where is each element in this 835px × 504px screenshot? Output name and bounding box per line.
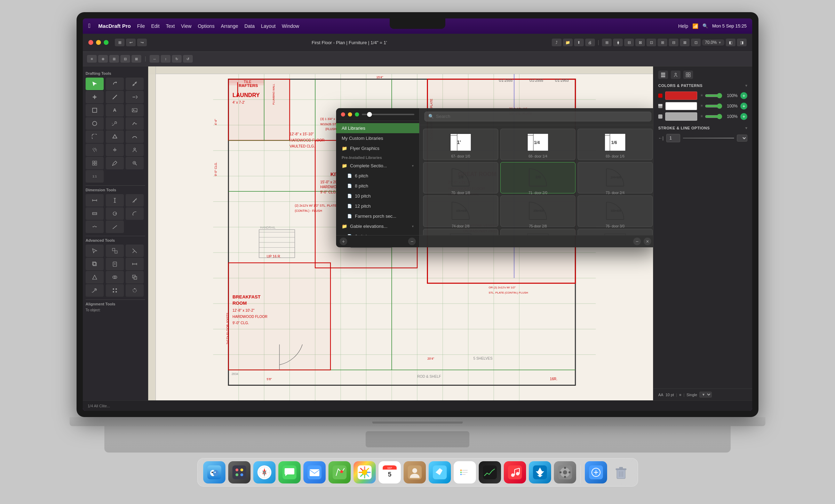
search-box[interactable]: 🔍 Search bbox=[424, 112, 651, 121]
lib-add-button[interactable]: + bbox=[340, 238, 347, 245]
layers-btn[interactable]: ⧫ bbox=[613, 39, 623, 46]
text-tool[interactable]: A bbox=[106, 104, 124, 117]
adv-paste[interactable] bbox=[106, 258, 124, 270]
menu-text[interactable]: Text bbox=[166, 23, 175, 29]
rotate-cw-btn[interactable]: ↻ bbox=[172, 55, 182, 63]
lib-6pitch-1[interactable]: 📄 6 pitch bbox=[336, 171, 419, 181]
menu-edit[interactable]: Edit bbox=[151, 23, 160, 29]
dock-safari[interactable] bbox=[253, 461, 276, 483]
mirror-tool[interactable] bbox=[106, 144, 124, 156]
spacing-select[interactable]: ▼ bbox=[699, 392, 712, 398]
redo-btn[interactable]: ↪ bbox=[137, 39, 147, 46]
dock-stocks[interactable] bbox=[479, 461, 501, 483]
symbol-74[interactable]: 2/6×6/8 74-door 2/8 bbox=[423, 195, 498, 227]
adv-copy[interactable] bbox=[86, 258, 104, 270]
pattern-swatch[interactable] bbox=[665, 112, 697, 121]
adv-pattern[interactable] bbox=[106, 284, 124, 297]
inspector-panel-btn[interactable] bbox=[671, 71, 681, 79]
adv-stretch[interactable] bbox=[126, 258, 144, 270]
lib-flyer-graphics[interactable]: 📁 Flyer Graphics bbox=[336, 143, 419, 153]
dock-mail[interactable] bbox=[303, 461, 326, 483]
adv-link[interactable] bbox=[86, 284, 104, 297]
hatch-tool[interactable] bbox=[86, 144, 104, 156]
dim-linear-v[interactable] bbox=[106, 194, 124, 207]
inspector-btn[interactable]: ◨ bbox=[737, 39, 747, 46]
tool-b[interactable]: ⊠ bbox=[635, 39, 645, 46]
tool-d[interactable]: ⊞ bbox=[658, 39, 667, 46]
lib-my-custom[interactable]: My Custom Libraries bbox=[336, 133, 419, 143]
tool-c[interactable]: ⊡ bbox=[646, 39, 656, 46]
tool-a[interactable]: ⊟ bbox=[624, 39, 634, 46]
adv-subtract[interactable] bbox=[126, 271, 144, 283]
menu-layout[interactable]: Layout bbox=[261, 23, 276, 29]
dock-testflight[interactable] bbox=[429, 461, 451, 483]
rect-tool[interactable] bbox=[86, 104, 104, 117]
lib-close-btn[interactable] bbox=[341, 112, 345, 117]
help-menu[interactable]: Help bbox=[678, 23, 688, 29]
symbol-78[interactable]: 2/6×6/8 78-door 2/8 bbox=[500, 229, 575, 235]
undo-btn[interactable]: ↩ bbox=[126, 39, 136, 46]
link-tool[interactable] bbox=[106, 117, 124, 130]
minimize-button[interactable] bbox=[96, 40, 101, 45]
menu-window[interactable]: Window bbox=[282, 23, 299, 29]
snap-btn[interactable]: ⊕ bbox=[98, 55, 108, 63]
trackpad[interactable] bbox=[365, 431, 470, 448]
tool-f[interactable]: ⊠ bbox=[680, 39, 690, 46]
lib-complete-sections[interactable]: 📁 Complete Sectio... ▾ bbox=[336, 161, 419, 171]
tool-g[interactable]: ⊡ bbox=[691, 39, 701, 46]
adv-group[interactable] bbox=[106, 245, 124, 257]
dock-appstore[interactable] bbox=[529, 461, 551, 483]
symbol-71[interactable]: 2/0 71- door 2/0 bbox=[500, 162, 575, 193]
symbol-75[interactable]: 2/8×6/8 75-door 2/8 bbox=[500, 195, 575, 227]
dock-messages[interactable] bbox=[278, 461, 301, 483]
lib-farmers-porch[interactable]: 📄 Farmers porch sec... bbox=[336, 211, 419, 221]
arc-tool[interactable] bbox=[86, 130, 104, 143]
share-btn[interactable]: ⤴ bbox=[552, 39, 562, 46]
eyedropper-tool[interactable] bbox=[106, 157, 124, 169]
zoom-control[interactable]: 70.0% ▼ bbox=[702, 39, 724, 46]
dim-linear-h[interactable] bbox=[86, 194, 104, 207]
menu-view[interactable]: View bbox=[181, 23, 191, 29]
dock-photos[interactable] bbox=[353, 461, 376, 483]
pattern-opacity-slider[interactable] bbox=[705, 114, 722, 119]
dock-system-prefs[interactable] bbox=[554, 461, 576, 483]
symbol-79[interactable]: 3/0×6/8 79-door 3/0 bbox=[578, 229, 653, 235]
apple-menu[interactable]:  bbox=[88, 22, 91, 30]
dock-reminders[interactable] bbox=[454, 461, 476, 483]
search-icon[interactable]: 🔍 bbox=[702, 23, 708, 29]
lib-all-libraries[interactable]: All Libraries bbox=[336, 123, 419, 133]
print-btn[interactable]: 🖨 bbox=[585, 39, 595, 46]
dock-migrate[interactable] bbox=[585, 461, 607, 483]
dim-break[interactable] bbox=[86, 221, 104, 233]
person-tool[interactable] bbox=[126, 144, 144, 156]
scale-display-tool[interactable]: 1:1 bbox=[86, 170, 104, 183]
flip-h-btn[interactable]: ↔ bbox=[150, 55, 159, 63]
symbol-77[interactable]: 2/4×6/8 77-door 2/8 bbox=[423, 229, 498, 235]
line-tool[interactable] bbox=[106, 91, 124, 103]
dock-calendar[interactable]: 5 SEP bbox=[379, 461, 401, 483]
panel-toggle-btn[interactable]: ◧ bbox=[726, 39, 735, 46]
folder-btn[interactable]: 📁 bbox=[563, 39, 573, 46]
grid-snap-btn[interactable]: ⊞ bbox=[109, 55, 119, 63]
dock-trash[interactable] bbox=[610, 461, 632, 483]
dim-arc[interactable] bbox=[126, 207, 144, 220]
dim-slope[interactable] bbox=[106, 221, 124, 233]
menu-data[interactable]: Data bbox=[244, 23, 255, 29]
lib-12pitch[interactable]: 📄 12 pitch bbox=[336, 201, 419, 211]
symbol-68[interactable]: 1/4 68- door 1/4 bbox=[500, 129, 575, 160]
fill-swatch[interactable] bbox=[665, 91, 697, 100]
symbol-70[interactable]: 1/8 70- door 1/8 bbox=[423, 162, 498, 193]
adv-explode[interactable] bbox=[86, 271, 104, 283]
stroke-add-btn[interactable]: + bbox=[740, 103, 747, 110]
select-tool[interactable] bbox=[86, 78, 104, 90]
adv-rotate-copy[interactable] bbox=[126, 284, 144, 297]
spline-tool[interactable] bbox=[126, 130, 144, 143]
stroke-opacity-slider[interactable] bbox=[705, 104, 722, 108]
ruler-toggle[interactable]: ≡ bbox=[87, 55, 97, 63]
dock-music[interactable] bbox=[504, 461, 526, 483]
menu-options[interactable]: Options bbox=[198, 23, 214, 29]
zoom-tool[interactable] bbox=[126, 157, 144, 169]
app-name[interactable]: MacDraft Pro bbox=[98, 23, 131, 29]
flip-v-btn[interactable]: ↕ bbox=[161, 55, 170, 63]
lib-8pitch-1[interactable]: 📄 8 pitch bbox=[336, 181, 419, 191]
